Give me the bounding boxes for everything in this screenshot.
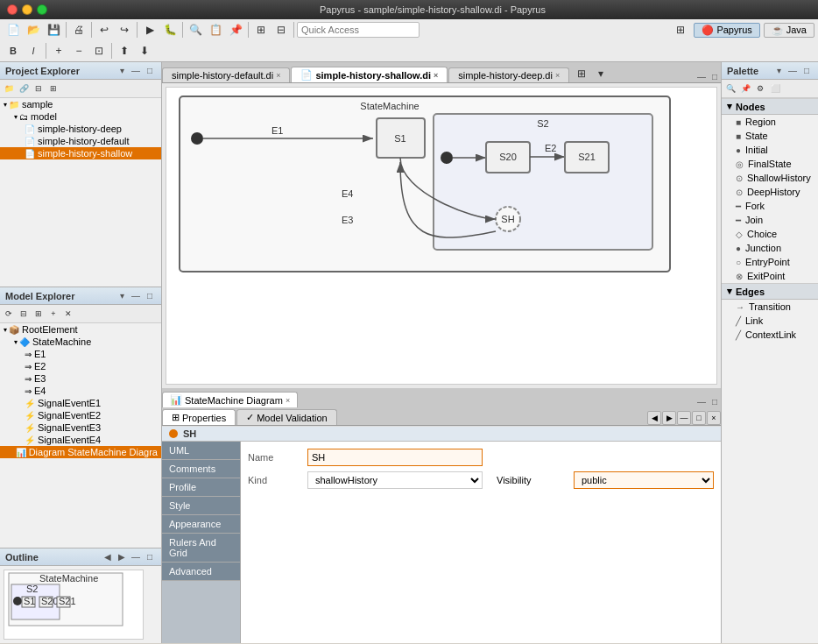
palette-settings-button[interactable]: ⚙ [753, 81, 767, 96]
palette-edges-header[interactable]: ▾ Edges [722, 283, 818, 300]
tree-item-statemachine[interactable]: ▾ 🔷 StateMachine [0, 336, 161, 348]
collapse-me-button[interactable]: ⊟ [17, 307, 31, 321]
properties-tab[interactable]: ⊞ Properties [162, 409, 236, 425]
link-project-button[interactable]: 🔗 [17, 81, 31, 96]
filter-button[interactable]: ⊞ [46, 81, 60, 96]
delete-element-button[interactable]: ✕ [61, 307, 75, 321]
tree-item-e3[interactable]: ⇒ E3 [0, 372, 161, 385]
editor-max-button[interactable]: □ [709, 70, 721, 82]
grid-button[interactable]: ⊟ [271, 21, 291, 39]
tree-item-e4[interactable]: ⇒ E4 [0, 385, 161, 397]
project-explorer-controls[interactable]: ▾ — □ [116, 65, 156, 77]
palette-item-exitpoint[interactable]: ⊗ ExitPoint [722, 269, 818, 283]
export-button[interactable]: ⬆ [115, 42, 134, 60]
tree-item-se3[interactable]: ⚡ SignalEventE3 [0, 421, 161, 434]
prop-sidebar-appearance[interactable]: Appearance [162, 515, 240, 534]
palette-min-button[interactable]: — [786, 65, 799, 77]
palette-item-choice[interactable]: ◇ Choice [722, 227, 818, 241]
collapse-model-button[interactable]: ▾ [116, 290, 128, 302]
run-button[interactable]: ▶ [140, 21, 159, 39]
tab-default-close[interactable]: × [276, 71, 280, 80]
palette-item-finalstate[interactable]: ◎ FinalState [722, 157, 818, 171]
zoom-out-button[interactable]: − [69, 42, 88, 60]
outline-min-button[interactable]: — [130, 551, 142, 563]
save-button[interactable]: 💾 [44, 21, 63, 39]
palette-item-entrypoint[interactable]: ○ EntryPoint [722, 255, 818, 269]
print-button[interactable]: 🖨 [69, 21, 88, 39]
pv-max-button[interactable]: □ [692, 411, 706, 425]
prop-sidebar-uml[interactable]: UML [162, 442, 240, 460]
tree-item-deep[interactable]: 📄 simple-history-deep [0, 123, 161, 135]
palette-menu-button[interactable]: ▾ [772, 65, 785, 77]
palette-item-initial[interactable]: ● Initial [722, 143, 818, 157]
perspective-menu-button[interactable]: ⊞ [671, 21, 690, 39]
validation-tab[interactable]: ✓ Model Validation [236, 409, 337, 425]
sync-button[interactable]: ⟳ [2, 307, 16, 321]
palette-item-junction[interactable]: ● Junction [722, 241, 818, 255]
max-project-button[interactable]: □ [144, 65, 156, 77]
tree-item-se1[interactable]: ⚡ SignalEventE1 [0, 397, 161, 409]
quick-access-input[interactable] [297, 22, 420, 38]
model-explorer-controls[interactable]: ▾ — □ [116, 290, 156, 302]
min-model-button[interactable]: — [130, 290, 142, 302]
palette-pin-button[interactable]: 📌 [738, 81, 752, 96]
kind-select[interactable]: shallowHistory [307, 471, 483, 489]
bold-button[interactable]: B [4, 42, 23, 60]
papyrus-perspective-button[interactable]: 🔴 Papyrus [694, 23, 759, 38]
palette-max-button[interactable]: □ [800, 65, 813, 77]
pv-fwd-button[interactable]: ▶ [662, 411, 676, 425]
sm-diagram-close[interactable]: × [286, 396, 290, 405]
undo-button[interactable]: ↩ [95, 21, 114, 39]
debug-button[interactable]: 🐛 [160, 21, 180, 39]
palette-item-deephistory[interactable]: ⊙ DeepHistory [722, 185, 818, 199]
align-button[interactable]: ⊞ [251, 21, 271, 39]
search-button[interactable]: 🔍 [186, 21, 205, 39]
sm-max-button[interactable]: □ [709, 395, 721, 407]
tab-deep-close[interactable]: × [555, 71, 560, 80]
titlebar-buttons[interactable] [7, 4, 47, 15]
new-element-button[interactable]: + [46, 307, 60, 321]
sm-min-button[interactable]: — [695, 395, 708, 407]
outline-controls[interactable]: ◀ ▶ — □ [102, 551, 156, 563]
palette-item-join[interactable]: ━ Join [722, 213, 818, 227]
palette-item-fork[interactable]: ━ Fork [722, 199, 818, 213]
palette-item-link[interactable]: ╱ Link [722, 314, 818, 328]
palette-expand-button[interactable]: ⬜ [768, 81, 782, 96]
outline-nav-button[interactable]: ◀ [102, 551, 114, 563]
tab-default[interactable]: simple-history-default.di × [162, 67, 290, 82]
paste-button[interactable]: 📌 [226, 21, 245, 39]
collapse-all-button[interactable]: ⊟ [32, 81, 46, 96]
palette-item-shallowhistory[interactable]: ⊙ ShallowHistory [722, 171, 818, 185]
collapse-project-button[interactable]: ▾ [116, 65, 128, 77]
fit-button[interactable]: ⊡ [89, 42, 109, 60]
editor-menu-button[interactable]: ▾ [591, 65, 610, 82]
outline-max-button[interactable]: □ [144, 551, 156, 563]
palette-item-state[interactable]: ■ State [722, 129, 818, 143]
new-button[interactable]: 📄 [4, 21, 23, 39]
max-model-button[interactable]: □ [144, 290, 156, 302]
palette-controls[interactable]: ▾ — □ [772, 65, 813, 77]
tree-item-model[interactable]: ▾ 🗂 model [0, 110, 161, 123]
prop-sidebar-comments[interactable]: Comments [162, 460, 240, 478]
tree-item-se4[interactable]: ⚡ SignalEventE4 [0, 434, 161, 446]
copy-button[interactable]: 📋 [206, 21, 225, 39]
tree-item-se2[interactable]: ⚡ SignalEventE2 [0, 409, 161, 421]
tree-item-shallow[interactable]: 📄 simple-history-shallow [0, 147, 161, 159]
import-button[interactable]: ⬇ [135, 42, 154, 60]
italic-button[interactable]: I [24, 42, 43, 60]
tree-item-default[interactable]: 📄 simple-history-default [0, 135, 161, 147]
zoom-in-button[interactable]: + [49, 42, 68, 60]
pv-min-button[interactable]: — [677, 411, 691, 425]
redo-button[interactable]: ↪ [115, 21, 134, 39]
tree-item-sample[interactable]: ▾ 📁 sample [0, 98, 161, 110]
filter-me-button[interactable]: ⊞ [32, 307, 46, 321]
tab-deep[interactable]: simple-history-deep.di × [448, 67, 569, 82]
palette-nodes-header[interactable]: ▾ Nodes [722, 98, 818, 115]
name-input[interactable] [307, 449, 483, 466]
tree-item-diagram[interactable]: 📊 Diagram StateMachine Diagra [0, 446, 161, 458]
min-project-button[interactable]: — [130, 65, 142, 77]
visibility-select[interactable]: public [574, 471, 714, 489]
tree-item-e1[interactable]: ⇒ E1 [0, 348, 161, 360]
sm-diagram-tab[interactable]: 📊 StateMachine Diagram × [162, 392, 298, 407]
tree-item-root[interactable]: ▾ 📦 RootElement [0, 323, 161, 336]
